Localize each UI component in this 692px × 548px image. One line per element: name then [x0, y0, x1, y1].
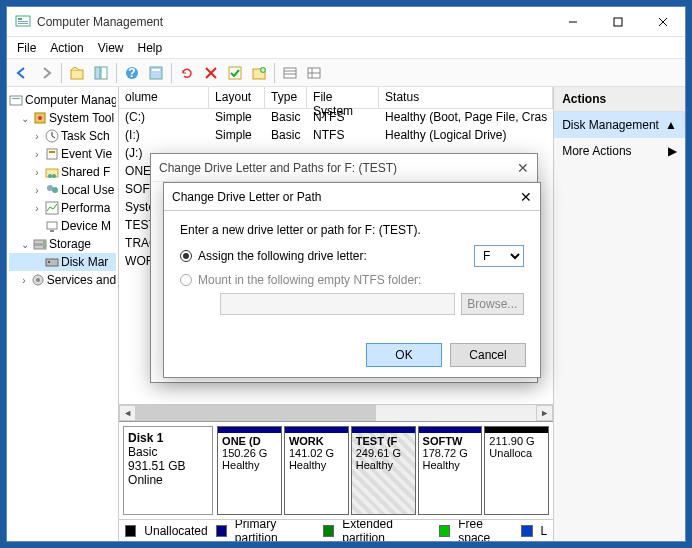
svg-point-48 — [43, 246, 45, 248]
dialog1-close-button[interactable]: ✕ — [517, 160, 529, 176]
maximize-button[interactable] — [595, 7, 640, 37]
menu-view[interactable]: View — [98, 41, 124, 55]
disk-info[interactable]: Disk 1 Basic 931.51 GB Online — [123, 426, 213, 515]
dialog2-ok-button[interactable]: OK — [366, 343, 442, 367]
disk-graphic-panel: Disk 1 Basic 931.51 GB Online ONE (D150.… — [119, 421, 553, 519]
actions-pane: Actions Disk Management▲ More Actions▶ — [554, 87, 685, 541]
minimize-button[interactable] — [550, 7, 595, 37]
add-button[interactable] — [248, 62, 270, 84]
tree-event-viewer[interactable]: ›Event Vie — [9, 145, 116, 163]
tree-storage[interactable]: ⌄Storage — [9, 235, 116, 253]
tree-services[interactable]: ›Services and — [9, 271, 116, 289]
horizontal-scrollbar[interactable]: ◄ ► — [119, 404, 553, 421]
scroll-left-button[interactable]: ◄ — [119, 405, 136, 421]
col-type[interactable]: Type — [265, 87, 307, 108]
table-row[interactable]: (C:)SimpleBasicNTFSHealthy (Boot, Page F… — [119, 109, 553, 127]
tree-shared-folders[interactable]: ›Shared F — [9, 163, 116, 181]
arrow-right-icon: ▶ — [668, 144, 677, 158]
svg-rect-10 — [101, 67, 107, 79]
svg-point-31 — [38, 116, 42, 120]
swatch-freespace — [439, 525, 450, 537]
menu-action[interactable]: Action — [50, 41, 83, 55]
dialog2-close-button[interactable]: ✕ — [520, 189, 532, 205]
svg-rect-43 — [47, 222, 57, 229]
svg-text:?: ? — [128, 66, 135, 80]
back-button[interactable] — [11, 62, 33, 84]
menubar: File Action View Help — [7, 37, 685, 59]
disk-type: Basic — [128, 445, 208, 459]
titlebar: Computer Management — [7, 7, 685, 37]
dialog1-titlebar[interactable]: Change Drive Letter and Paths for F: (TE… — [151, 154, 537, 182]
svg-point-47 — [43, 241, 45, 243]
partition[interactable]: TEST (F249.61 GHealthy — [351, 426, 416, 515]
legend: Unallocated Primary partition Extended p… — [119, 519, 553, 541]
svg-rect-14 — [152, 69, 160, 71]
browse-button: Browse... — [461, 293, 524, 315]
radio-assign-letter[interactable] — [180, 250, 192, 262]
partition-map: ONE (D150.26 GHealthyWORK141.02 GHealthy… — [217, 422, 553, 519]
drive-letter-select[interactable]: F — [474, 245, 524, 267]
tree-performance[interactable]: ›Performa — [9, 199, 116, 217]
partition[interactable]: WORK141.02 GHealthy — [284, 426, 349, 515]
disk-label: Disk 1 — [128, 431, 208, 445]
tree-disk-management[interactable]: Disk Mar — [9, 253, 116, 271]
actions-title: Actions — [554, 87, 685, 112]
change-letter-dialog: Change Drive Letter or Path ✕ Enter a ne… — [163, 182, 541, 378]
swatch-extended — [323, 525, 334, 537]
tree-system-tools[interactable]: ⌄System Tool — [9, 109, 116, 127]
tree-local-users[interactable]: ›Local Use — [9, 181, 116, 199]
svg-point-39 — [52, 174, 56, 178]
dialog2-cancel-button[interactable]: Cancel — [450, 343, 526, 367]
list-view-button[interactable] — [279, 62, 301, 84]
svg-rect-8 — [71, 70, 83, 79]
check-button[interactable] — [224, 62, 246, 84]
svg-rect-22 — [284, 68, 296, 78]
tree-device-manager[interactable]: Device M — [9, 217, 116, 235]
folder-path-input — [220, 293, 455, 315]
col-volume[interactable]: olume — [119, 87, 209, 108]
partition[interactable]: ONE (D150.26 GHealthy — [217, 426, 282, 515]
refresh-button[interactable] — [176, 62, 198, 84]
action-disk-management[interactable]: Disk Management▲ — [554, 112, 685, 138]
radio-mount-folder[interactable] — [180, 274, 192, 286]
table-row[interactable]: (I:)SimpleBasicNTFSHealthy (Logical Driv… — [119, 127, 553, 145]
svg-rect-37 — [46, 169, 58, 177]
col-status[interactable]: Status — [379, 87, 553, 108]
help-button[interactable]: ? — [121, 62, 143, 84]
scroll-thumb[interactable] — [136, 405, 376, 421]
tree-task-scheduler[interactable]: ›Task Sch — [9, 127, 116, 145]
dialog2-body: Enter a new drive letter or path for F: … — [164, 211, 540, 333]
menu-file[interactable]: File — [17, 41, 36, 55]
up-button[interactable] — [66, 62, 88, 84]
dialog2-titlebar[interactable]: Change Drive Letter or Path ✕ — [164, 183, 540, 211]
nav-tree[interactable]: Computer Manag ⌄System Tool ›Task Sch ›E… — [7, 87, 119, 541]
partition[interactable]: 211.90 GUnalloca — [484, 426, 549, 515]
tree-root[interactable]: Computer Manag — [9, 91, 116, 109]
swatch-logical — [521, 525, 532, 537]
svg-rect-36 — [49, 151, 55, 153]
forward-button[interactable] — [35, 62, 57, 84]
scroll-right-button[interactable]: ► — [536, 405, 553, 421]
detail-view-button[interactable] — [303, 62, 325, 84]
dialog2-prompt: Enter a new drive letter or path for F: … — [180, 223, 524, 237]
window-title: Computer Management — [37, 15, 550, 29]
delete-button[interactable] — [200, 62, 222, 84]
swatch-primary — [216, 525, 227, 537]
properties-button[interactable] — [145, 62, 167, 84]
svg-point-50 — [48, 261, 50, 263]
svg-rect-49 — [46, 259, 58, 266]
menu-help[interactable]: Help — [138, 41, 163, 55]
partition[interactable]: SOFTW178.72 GHealthy — [418, 426, 483, 515]
svg-rect-28 — [10, 96, 22, 105]
show-hide-tree-button[interactable] — [90, 62, 112, 84]
action-more-actions[interactable]: More Actions▶ — [554, 138, 685, 164]
swatch-unallocated — [125, 525, 136, 537]
svg-rect-35 — [47, 149, 57, 159]
close-button[interactable] — [640, 7, 685, 37]
svg-rect-13 — [150, 67, 162, 79]
col-filesystem[interactable]: File System — [307, 87, 379, 108]
svg-rect-44 — [50, 230, 54, 232]
col-layout[interactable]: Layout — [209, 87, 265, 108]
radio-mount-label: Mount in the following empty NTFS folder… — [198, 273, 421, 287]
collapse-icon: ▲ — [665, 118, 677, 132]
